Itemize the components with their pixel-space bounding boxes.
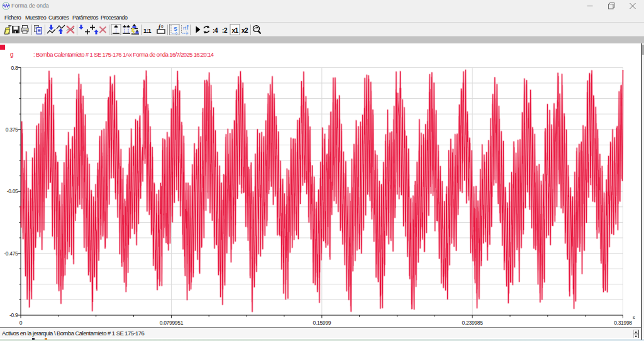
svg-text:s: s: [633, 315, 635, 320]
svg-text:0.239985: 0.239985: [462, 320, 484, 326]
svg-text:0.15999: 0.15999: [313, 320, 331, 326]
svg-text:0.375: 0.375: [6, 126, 18, 133]
svg-text:-0.475: -0.475: [4, 250, 18, 257]
svg-text:-0.9: -0.9: [9, 312, 18, 318]
svg-text:o: o: [161, 24, 164, 28]
svg-text:-0.05: -0.05: [7, 188, 18, 194]
svg-text:0.8: 0.8: [11, 65, 18, 71]
svg-text:0.31998: 0.31998: [614, 320, 632, 326]
svg-text::4: :4: [213, 27, 218, 34]
svg-text:rt: rt: [183, 25, 187, 31]
svg-text::2: :2: [222, 27, 228, 34]
svg-text:S: S: [174, 26, 177, 32]
svg-text:x2: x2: [242, 27, 248, 34]
svg-text:0: 0: [19, 320, 23, 326]
svg-text:0.0799951: 0.0799951: [160, 320, 184, 326]
svg-text:x1: x1: [231, 27, 238, 34]
svg-text:1:1: 1:1: [143, 27, 152, 34]
